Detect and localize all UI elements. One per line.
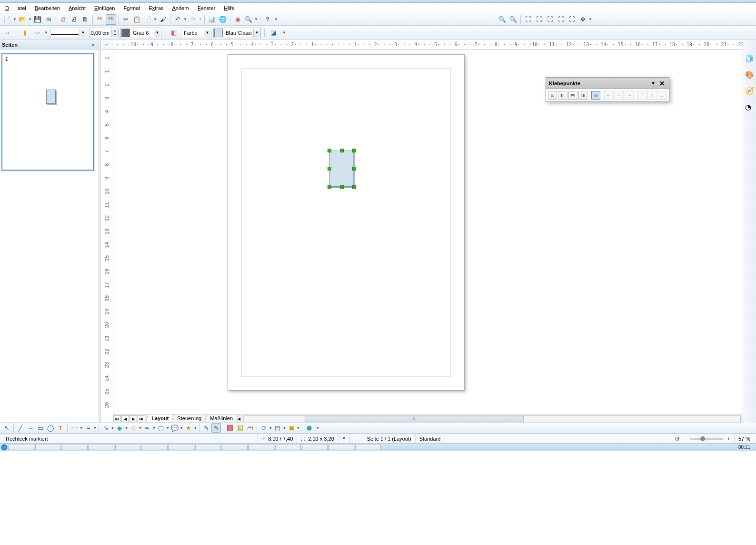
glue-halign-right-button[interactable]: ⇥	[625, 91, 634, 100]
zoom-in-button[interactable]: 🔍	[497, 14, 507, 25]
glue-valign-top-button[interactable]: ⤒	[637, 91, 647, 100]
glue-relative-button[interactable]: ⊞	[591, 91, 600, 100]
line-color-combo[interactable]: Grau 6 ▼	[120, 28, 161, 38]
curve-tool[interactable]: 〰	[70, 423, 79, 433]
toolbar2-overflow[interactable]: ▼	[282, 28, 286, 38]
curve-tool-dropdown[interactable]: ▼	[80, 426, 83, 430]
basic-shapes-tool[interactable]: ◆	[115, 423, 124, 433]
gluepoints-menu-icon[interactable]: ▼	[651, 81, 656, 86]
area-style-button[interactable]: ◧	[169, 28, 179, 38]
cut-button[interactable]: ✂	[120, 14, 131, 25]
hyperlink-button[interactable]: 🌐	[218, 14, 228, 25]
toolbar-overflow[interactable]: ▼	[274, 14, 278, 25]
callout-tool[interactable]: 💬	[170, 423, 179, 433]
navigator-button[interactable]: ◉	[232, 14, 243, 25]
line-dash-button[interactable]: ⤻	[32, 28, 42, 38]
styles-panel-icon[interactable]: ◔	[745, 103, 755, 112]
menu-aendern[interactable]: Ändern	[168, 4, 193, 12]
spellcheck-button[interactable]: ᴬᴮ	[95, 14, 105, 25]
zoom-percent[interactable]: 57 %	[735, 434, 754, 443]
stars-tool[interactable]: ★	[184, 423, 193, 433]
shadow-button[interactable]: ◪	[268, 28, 279, 38]
zoom-slider[interactable]	[690, 438, 723, 440]
pdf-export-button[interactable]: ⎙	[58, 14, 69, 25]
taskbar-app-15[interactable]	[355, 444, 381, 450]
block-arrows-dropdown[interactable]: ▼	[152, 426, 156, 430]
menu-datei[interactable]: Datei	[1, 4, 30, 12]
taskbar-app-3[interactable]	[35, 444, 61, 450]
gallery-panel-icon[interactable]: 🎨	[745, 71, 755, 80]
open-button[interactable]: 📂	[17, 14, 28, 25]
symbol-shapes-tool[interactable]: ☺	[129, 423, 138, 433]
glue-valign-center-button[interactable]: ⇕	[647, 91, 657, 100]
arrange-dropdown[interactable]: ▼	[297, 426, 300, 430]
zoom-button[interactable]: 🔍	[243, 14, 254, 25]
menu-hilfe[interactable]: Hilfe	[219, 4, 239, 12]
status-template[interactable]: Standard	[416, 434, 671, 443]
glue-halign-left-button[interactable]: ⇤	[604, 91, 613, 100]
line-dash-dropdown[interactable]: ▼	[44, 28, 48, 38]
menu-ansicht[interactable]: Ansicht	[64, 4, 90, 12]
flowchart-tool[interactable]: ▢	[156, 423, 166, 433]
ruler-corner[interactable]: ⌐	[101, 40, 113, 50]
connector-tool-dropdown[interactable]: ▼	[93, 426, 97, 430]
menu-bearbeiten[interactable]: Bearbeiten	[30, 4, 64, 12]
redo-dropdown[interactable]: ▼	[199, 14, 202, 25]
connector-tool[interactable]: ⤷	[83, 423, 93, 433]
undo-button[interactable]: ↶	[172, 14, 183, 25]
stars-dropdown[interactable]: ▼	[194, 426, 197, 430]
gluepoints-titlebar[interactable]: Klebepunkte ▼ ✕	[546, 78, 669, 89]
glue-valign-bottom-button[interactable]: ⤓	[658, 91, 667, 100]
lines-arrows-tool[interactable]: ↘	[101, 423, 110, 433]
drawing-canvas[interactable]: Klebepunkte ▼ ✕ ⊡ ◧ ⬒ ◨ ⊞ ⇤ ⇔ ⇥	[113, 50, 747, 414]
resize-handle-s[interactable]	[340, 185, 344, 189]
extrusion-tool[interactable]: ⬢	[304, 423, 314, 433]
print-button[interactable]: 🖨	[69, 14, 80, 25]
taskbar-app-10[interactable]	[222, 444, 248, 450]
zoom-page-button[interactable]: ⛶	[534, 14, 544, 25]
menu-einfuegen[interactable]: Einfügen	[90, 4, 119, 12]
resize-handle-n[interactable]	[340, 149, 344, 152]
gluepoints-close-icon[interactable]: ✕	[658, 80, 666, 87]
taskbar-app-11[interactable]	[249, 444, 274, 450]
help-button[interactable]: ?	[262, 14, 273, 25]
glue-dir-top-button[interactable]: ⬒	[568, 91, 577, 100]
flowchart-dropdown[interactable]: ▼	[166, 426, 169, 430]
lines-arrows-dropdown[interactable]: ▼	[111, 426, 114, 430]
save-button[interactable]: 💾	[32, 14, 43, 25]
block-arrows-tool[interactable]: ➨	[142, 423, 152, 433]
taskbar-app-2[interactable]	[9, 444, 34, 450]
line-width-spinner[interactable]: ▲▼	[89, 28, 119, 38]
arrow-style-button[interactable]: ↔	[2, 28, 12, 38]
gluepoints-edit-tool[interactable]: ✎	[211, 423, 221, 433]
glue-halign-center-button[interactable]: ⇔	[615, 91, 624, 100]
pages-panel-close[interactable]: ×	[90, 41, 97, 48]
menu-format[interactable]: Format	[119, 4, 144, 12]
resize-handle-sw[interactable]	[328, 185, 331, 189]
menu-extras[interactable]: Extras	[144, 4, 168, 12]
gallery-tool[interactable]: 🗃	[245, 423, 255, 433]
fill-mode-combo[interactable]: Farbe ▼	[181, 28, 211, 38]
zoom-out-button[interactable]: 🔍	[508, 14, 518, 25]
points-edit-tool[interactable]: ✎	[201, 423, 211, 433]
rotate-dropdown[interactable]: ▼	[269, 426, 272, 430]
redo-button[interactable]: ↷	[188, 14, 198, 25]
resize-handle-nw[interactable]	[328, 149, 331, 152]
taskbar-app-5[interactable]	[89, 444, 114, 450]
drawing-toolbar-overflow[interactable]: ▼	[316, 426, 319, 430]
page-thumbnail-1[interactable]: 1	[1, 53, 94, 171]
callout-dropdown[interactable]: ▼	[180, 426, 183, 430]
select-tool[interactable]: ↖	[2, 423, 11, 433]
zoom-out-icon[interactable]: −	[683, 436, 686, 442]
paste-dropdown[interactable]: ▼	[153, 14, 157, 25]
taskbar-app-13[interactable]	[302, 444, 328, 450]
ellipse-tool[interactable]: ◯	[46, 423, 55, 433]
taskbar-app-6[interactable]	[115, 444, 141, 450]
taskbar-app-1[interactable]	[1, 444, 8, 451]
auto-spellcheck-button[interactable]: ᴬᴮ	[106, 14, 116, 25]
zoom-width-button[interactable]: ⛶	[545, 14, 555, 25]
from-file-tool[interactable]: 🖼	[235, 423, 245, 433]
undo-dropdown[interactable]: ▼	[183, 14, 187, 25]
taskbar-app-12[interactable]	[275, 444, 301, 450]
taskbar-app-4[interactable]	[62, 444, 88, 450]
